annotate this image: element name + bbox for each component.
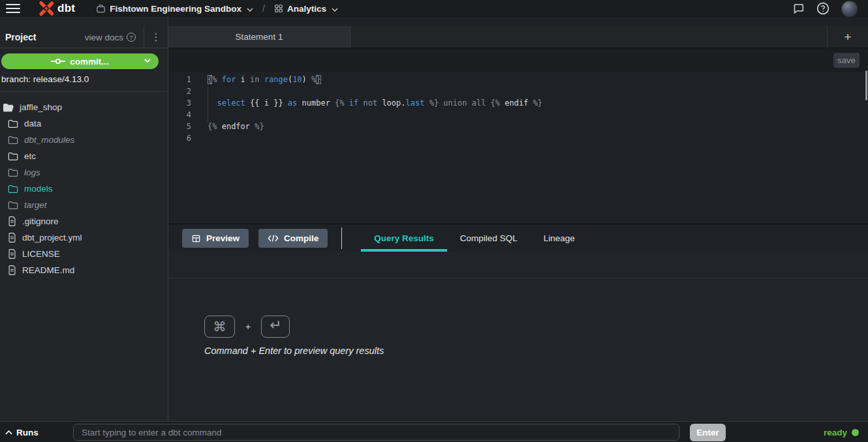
chevron-down-icon[interactable] bbox=[247, 4, 253, 14]
results-tab-lineage[interactable]: Lineage bbox=[531, 224, 588, 252]
enter-button[interactable]: Enter bbox=[690, 424, 726, 441]
tree-item-label: README.md bbox=[22, 265, 74, 275]
view-docs-link[interactable]: view docs ? bbox=[85, 33, 136, 42]
line-number: 3 bbox=[168, 97, 191, 109]
chevron-up-icon bbox=[5, 430, 12, 435]
folder-icon bbox=[8, 119, 18, 128]
tree-item-etc[interactable]: etc bbox=[0, 148, 168, 164]
tree-item-label: etc bbox=[24, 151, 36, 161]
kebab-menu-icon[interactable]: ⋮ bbox=[144, 33, 168, 42]
compile-button[interactable]: Compile bbox=[258, 229, 328, 248]
results-subheader bbox=[168, 252, 868, 278]
editor-toolbar: save bbox=[168, 48, 868, 72]
git-commit-icon bbox=[51, 57, 65, 65]
top-bar: dbt Fishtown Engineering Sandbox / Analy… bbox=[0, 0, 868, 17]
toolbar-divider bbox=[341, 228, 342, 249]
file-icon bbox=[8, 233, 16, 243]
indent-guide bbox=[208, 87, 208, 122]
results-tab-query-results[interactable]: Query Results bbox=[361, 224, 447, 252]
tree-item-label: LICENSE bbox=[22, 249, 60, 259]
code-line-content bbox=[191, 85, 208, 97]
tree-item-label: .gitignore bbox=[22, 216, 59, 226]
briefcase-icon bbox=[96, 4, 106, 14]
code-line-5: 5{% endfor %} bbox=[168, 121, 868, 132]
tree-item-label: dbt_modules bbox=[24, 135, 74, 145]
branch-label: branch: release/4.13.0 bbox=[1, 74, 89, 84]
enter-key-icon: ↵ bbox=[261, 316, 290, 338]
chevron-down-icon[interactable] bbox=[332, 4, 338, 14]
folder-icon bbox=[8, 136, 18, 145]
chat-icon[interactable] bbox=[792, 3, 805, 14]
project-sidebar: Project view docs ? ⋮ commit... branch: … bbox=[0, 17, 168, 421]
tree-item-label: data bbox=[24, 119, 41, 128]
new-tab-button[interactable]: + bbox=[831, 26, 864, 48]
shortcut-hint: Command + Enter to preview query results bbox=[204, 346, 384, 356]
status-indicator: ready bbox=[824, 422, 859, 442]
status-text: ready bbox=[824, 428, 847, 437]
code-line-content: select {{ i }} as number {% if not loop.… bbox=[191, 97, 542, 109]
tab-bar-divider bbox=[827, 26, 828, 48]
code-line-6: 6 bbox=[168, 132, 868, 144]
code-line-content bbox=[191, 109, 208, 121]
folder-icon bbox=[8, 168, 18, 177]
file-tree: jaffle_shopdatadbt_modulesetclogsmodelst… bbox=[0, 99, 168, 278]
code-line-content bbox=[191, 132, 208, 144]
tree-item-jaffle-shop[interactable]: jaffle_shop bbox=[0, 99, 168, 115]
commit-button[interactable]: commit... bbox=[1, 53, 159, 69]
command-key-icon: ⌘ bbox=[204, 316, 235, 338]
dbt-command-input[interactable] bbox=[73, 424, 679, 441]
dbt-logo-icon bbox=[39, 1, 54, 16]
folder-open-icon bbox=[3, 103, 14, 112]
table-icon bbox=[191, 234, 201, 243]
results-toolbar: Preview Compile Query ResultsCompiled SQ… bbox=[168, 224, 868, 252]
code-line-3: 3 select {{ i }} as number {% if not loo… bbox=[168, 97, 868, 109]
sidebar-separator bbox=[0, 91, 168, 92]
tab-statement-1[interactable]: Statement 1 bbox=[168, 26, 350, 48]
folder-icon bbox=[8, 152, 18, 161]
runs-toggle[interactable]: Runs bbox=[5, 422, 39, 442]
code-line-content: {% for i in range(10) %} bbox=[191, 74, 321, 85]
file-icon bbox=[8, 249, 16, 259]
line-number: 1 bbox=[168, 74, 191, 85]
tree-item-data[interactable]: data bbox=[0, 115, 168, 132]
code-line-4: 4 bbox=[168, 109, 868, 121]
user-avatar[interactable] bbox=[841, 1, 858, 17]
code-icon bbox=[268, 234, 279, 243]
tree-item-label: target bbox=[24, 200, 47, 210]
chevron-down-icon[interactable] bbox=[144, 59, 151, 63]
file-icon bbox=[8, 265, 16, 275]
tree-item-readme-md[interactable]: README.md bbox=[0, 262, 168, 278]
tree-item-dbt-modules[interactable]: dbt_modules bbox=[0, 132, 168, 148]
dbt-wordmark: dbt bbox=[57, 2, 75, 15]
question-circle-icon: ? bbox=[127, 33, 136, 42]
tree-item-label: dbt_project.yml bbox=[22, 233, 82, 243]
tree-item-models[interactable]: models bbox=[0, 181, 168, 197]
code-line-2: 2 bbox=[168, 85, 868, 97]
project-selector[interactable]: Analytics bbox=[287, 4, 326, 14]
tree-item-label: logs bbox=[24, 168, 40, 177]
sidebar-title: Project bbox=[5, 32, 36, 42]
hamburger-menu-icon[interactable] bbox=[6, 4, 20, 13]
sidebar-header: Project view docs ? ⋮ bbox=[0, 27, 168, 48]
code-line-1: 1{% for i in range(10) %} bbox=[168, 74, 868, 85]
tree-item-dbt-project-yml[interactable]: dbt_project.yml bbox=[0, 229, 168, 246]
help-icon[interactable] bbox=[816, 2, 829, 15]
results-tab-compiled-sql[interactable]: Compiled SQL bbox=[447, 224, 531, 252]
tree-item--gitignore[interactable]: .gitignore bbox=[0, 213, 168, 229]
preview-button[interactable]: Preview bbox=[182, 229, 249, 248]
tree-item-label: jaffle_shop bbox=[20, 102, 62, 112]
save-button[interactable]: save bbox=[833, 53, 860, 68]
editor-scrollbar[interactable] bbox=[865, 70, 867, 100]
editor-tab-bar: Statement 1 + bbox=[168, 26, 868, 48]
code-line-content: {% endfor %} bbox=[191, 121, 264, 132]
editor-region: Statement 1 + save 1{% for i in range(10… bbox=[168, 17, 868, 421]
status-dot bbox=[852, 429, 859, 436]
results-tabs: Query ResultsCompiled SQLLineage bbox=[361, 224, 587, 252]
line-number: 2 bbox=[168, 85, 191, 97]
tree-item-logs[interactable]: logs bbox=[0, 164, 168, 181]
tree-item-license[interactable]: LICENSE bbox=[0, 246, 168, 262]
code-editor[interactable]: 1{% for i in range(10) %}23 select {{ i … bbox=[168, 72, 868, 224]
dbt-logo[interactable]: dbt bbox=[39, 1, 75, 16]
tree-item-target[interactable]: target bbox=[0, 197, 168, 213]
account-selector[interactable]: Fishtown Engineering Sandbox bbox=[110, 4, 241, 14]
